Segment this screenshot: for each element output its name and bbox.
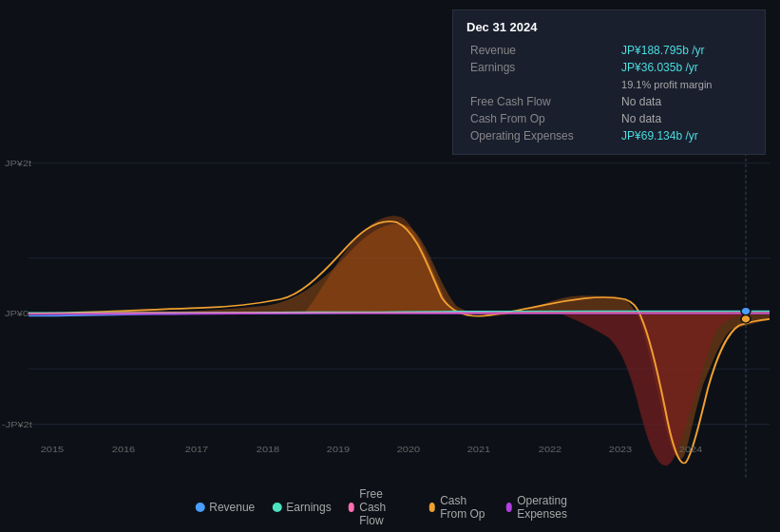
legend-fcf-dot — [349, 503, 355, 512]
tooltip-opex-value: JP¥69.134b /yr — [618, 127, 751, 144]
svg-text:-JP¥2t: -JP¥2t — [2, 420, 32, 429]
legend-earnings: Earnings — [272, 501, 331, 514]
tooltip-panel: Dec 31 2024 Revenue JP¥188.795b /yr Earn… — [452, 10, 766, 155]
tooltip-opex-label: Operating Expenses — [466, 127, 618, 144]
main-chart: JP¥2t JP¥0 -JP¥2t 2015 2016 2017 2018 20… — [0, 147, 780, 480]
chart-container: Dec 31 2024 Revenue JP¥188.795b /yr Earn… — [0, 0, 780, 532]
svg-point-7 — [741, 307, 751, 314]
legend-opex: Operating Expenses — [506, 494, 585, 521]
svg-text:2017: 2017 — [185, 445, 209, 454]
legend-earnings-label: Earnings — [286, 501, 331, 514]
svg-text:2016: 2016 — [112, 445, 136, 454]
tooltip-revenue-label: Revenue — [466, 42, 618, 59]
legend-cashfromop-dot — [429, 503, 436, 512]
svg-text:2019: 2019 — [327, 445, 351, 454]
tooltip-date: Dec 31 2024 — [466, 20, 751, 34]
chart-legend: Revenue Earnings Free Cash Flow Cash Fro… — [195, 487, 585, 527]
tooltip-cashfromop-value: No data — [618, 110, 751, 127]
svg-text:JP¥2t: JP¥2t — [5, 159, 31, 168]
svg-text:2022: 2022 — [539, 445, 562, 454]
svg-text:2023: 2023 — [609, 445, 633, 454]
legend-cashfromop-label: Cash From Op — [440, 494, 488, 521]
svg-text:2021: 2021 — [467, 445, 491, 454]
svg-point-8 — [741, 315, 751, 323]
legend-revenue-label: Revenue — [209, 501, 255, 514]
tooltip-profit-margin: 19.1% profit margin — [618, 76, 751, 93]
tooltip-earnings-value: JP¥36.035b /yr — [618, 59, 751, 76]
legend-revenue-dot — [195, 503, 204, 512]
svg-text:JP¥0: JP¥0 — [5, 309, 29, 318]
svg-text:2024: 2024 — [679, 445, 703, 454]
legend-earnings-dot — [272, 503, 281, 512]
tooltip-fcf-label: Free Cash Flow — [466, 93, 618, 110]
tooltip-cashfromop-label: Cash From Op — [466, 110, 618, 127]
legend-revenue: Revenue — [195, 501, 255, 514]
legend-cashfromop: Cash From Op — [429, 494, 489, 521]
tooltip-fcf-value: No data — [618, 93, 751, 110]
legend-opex-dot — [506, 503, 513, 512]
legend-fcf: Free Cash Flow — [349, 487, 412, 527]
tooltip-earnings-label: Earnings — [466, 59, 618, 76]
legend-opex-label: Operating Expenses — [517, 494, 585, 521]
svg-text:2015: 2015 — [41, 445, 65, 454]
tooltip-revenue-value: JP¥188.795b /yr — [618, 42, 751, 59]
svg-text:2018: 2018 — [257, 445, 280, 454]
legend-fcf-label: Free Cash Flow — [359, 487, 411, 527]
svg-text:2020: 2020 — [397, 445, 421, 454]
